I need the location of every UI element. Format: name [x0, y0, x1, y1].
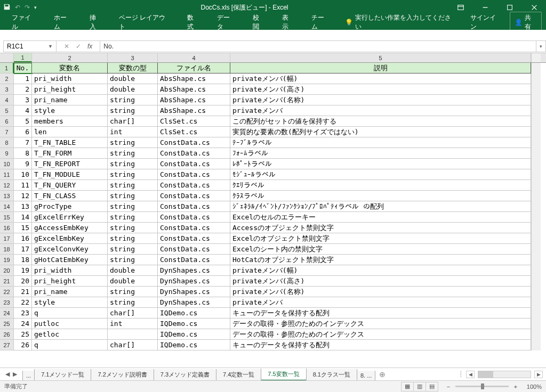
- cancel-icon[interactable]: ✕: [64, 43, 69, 50]
- cell[interactable]: T_FN_CLASS: [32, 191, 108, 201]
- row-header[interactable]: 22: [0, 287, 14, 297]
- cell[interactable]: 実質的な要素の数(配列サイズではない): [230, 127, 531, 137]
- cell[interactable]: T_FN_TABLE: [32, 137, 108, 148]
- tab-insert[interactable]: 挿入: [82, 15, 109, 30]
- cell[interactable]: ConstData.cs: [158, 244, 230, 255]
- formula-input[interactable]: No.: [100, 40, 536, 52]
- cell[interactable]: 13: [14, 201, 32, 212]
- cell[interactable]: DynShapes.cs: [158, 297, 230, 308]
- qat-dropdown-icon[interactable]: ▾: [34, 5, 37, 10]
- cell[interactable]: char[]: [108, 116, 158, 127]
- page-layout-view-icon[interactable]: ▥: [413, 382, 426, 391]
- cell[interactable]: ﾚﾎﾟｰﾄラベル: [230, 159, 531, 169]
- cell[interactable]: 9: [14, 159, 32, 169]
- cell[interactable]: pri_width: [32, 74, 108, 84]
- cell[interactable]: gExcelEmbKey: [32, 233, 108, 244]
- cell[interactable]: HotCatのオブジェクト禁則文字: [230, 255, 531, 265]
- col-header-5[interactable]: 5: [230, 53, 531, 62]
- cell[interactable]: privateメンバ: [230, 297, 531, 308]
- cell[interactable]: pri_name: [32, 287, 108, 297]
- cell[interactable]: ｼﾞｪﾈﾗﾙ/ｲﾍﾞﾝﾄ/ﾌｧﾝｸｼｮﾝ/ﾌﾟﾛﾊﾟﾃｨラベル の配列: [230, 201, 531, 212]
- cell[interactable]: 20: [14, 276, 32, 287]
- sheet-tab[interactable]: 7.1メソッド一覧: [34, 369, 91, 381]
- cell[interactable]: DynShapes.cs: [158, 287, 230, 297]
- select-all-corner[interactable]: [0, 53, 14, 62]
- tab-home[interactable]: ホーム: [46, 15, 80, 30]
- hscroll-left-icon[interactable]: ◀: [466, 371, 475, 378]
- cell[interactable]: privateメンバ(幅): [230, 74, 531, 84]
- row-header[interactable]: 23: [0, 297, 14, 308]
- cell[interactable]: 19: [14, 265, 32, 276]
- row-header[interactable]: 4: [0, 95, 14, 105]
- vertical-scrollbar[interactable]: [531, 53, 541, 62]
- cell[interactable]: DynShapes.cs: [158, 276, 230, 287]
- cell[interactable]: T_FN_REPORT: [32, 159, 108, 169]
- tab-review[interactable]: 校閲: [245, 15, 272, 30]
- cell[interactable]: 24: [14, 318, 32, 329]
- cell[interactable]: pri_width: [32, 265, 108, 276]
- enter-icon[interactable]: ✓: [76, 43, 81, 50]
- row-header[interactable]: 3: [0, 84, 14, 95]
- cell[interactable]: AbsShape.cs: [158, 105, 230, 116]
- cell[interactable]: gExcelConvKey: [32, 244, 108, 255]
- cell[interactable]: 8: [14, 148, 32, 159]
- cell[interactable]: ConstData.cs: [158, 137, 230, 148]
- cell[interactable]: IQDemo.cs: [158, 329, 230, 340]
- cell[interactable]: double: [108, 84, 158, 95]
- cell[interactable]: privateメンバ: [230, 105, 531, 116]
- row-header[interactable]: 12: [0, 180, 14, 191]
- cell[interactable]: len: [32, 127, 108, 137]
- cell[interactable]: string: [108, 244, 158, 255]
- tab-view[interactable]: 表示: [275, 15, 302, 30]
- cell[interactable]: char[]: [108, 308, 158, 318]
- cell[interactable]: privateメンバ(高さ): [230, 276, 531, 287]
- cell[interactable]: gProcType: [32, 201, 108, 212]
- cell[interactable]: ClsSet.cs: [158, 127, 230, 137]
- cell[interactable]: T_FN_QUERY: [32, 180, 108, 191]
- row-header[interactable]: 6: [0, 116, 14, 127]
- cell[interactable]: string: [108, 233, 158, 244]
- cell[interactable]: ﾌｫｰﾑラベル: [230, 148, 531, 159]
- cell[interactable]: string: [108, 159, 158, 169]
- cell[interactable]: style: [32, 105, 108, 116]
- row-header[interactable]: 27: [0, 340, 14, 350]
- col-header-2[interactable]: 2: [32, 53, 108, 62]
- name-box[interactable]: R1C1 ▼: [3, 40, 57, 52]
- cell[interactable]: string: [108, 148, 158, 159]
- cell[interactable]: 21: [14, 287, 32, 297]
- tab-pagelayout[interactable]: ページ レイアウト: [111, 15, 178, 30]
- tab-data[interactable]: データ: [210, 15, 243, 30]
- cell[interactable]: 6: [14, 127, 32, 137]
- cell[interactable]: 3: [14, 95, 32, 105]
- cell[interactable]: q: [32, 308, 108, 318]
- cell[interactable]: AbsShape.cs: [158, 95, 230, 105]
- cell[interactable]: pri_height: [32, 276, 108, 287]
- row-header[interactable]: 20: [0, 265, 14, 276]
- row-header[interactable]: 17: [0, 233, 14, 244]
- share-button[interactable]: 👤 共有: [510, 12, 542, 33]
- cell[interactable]: ｸﾗｽラベル: [230, 191, 531, 201]
- cell[interactable]: getloc: [32, 329, 108, 340]
- cell[interactable]: privateメンバ(名称): [230, 287, 531, 297]
- cell[interactable]: style: [32, 297, 108, 308]
- cell[interactable]: string: [108, 95, 158, 105]
- cell[interactable]: No.: [14, 63, 32, 74]
- cell[interactable]: Excelのセルのエラーキー: [230, 212, 531, 223]
- cell[interactable]: char[]: [108, 340, 158, 350]
- cell[interactable]: IQDemo.cs: [158, 308, 230, 318]
- cell[interactable]: ConstData.cs: [158, 201, 230, 212]
- cell[interactable]: string: [108, 201, 158, 212]
- row-header[interactable]: 1: [0, 63, 14, 74]
- col-header-4[interactable]: 4: [158, 53, 230, 62]
- cell[interactable]: ConstData.cs: [158, 169, 230, 180]
- cell[interactable]: double: [108, 74, 158, 84]
- row-header[interactable]: 10: [0, 159, 14, 169]
- cell[interactable]: ConstData.cs: [158, 255, 230, 265]
- zoom-in-icon[interactable]: +: [512, 383, 519, 390]
- row-header[interactable]: 21: [0, 276, 14, 287]
- row-header[interactable]: 15: [0, 212, 14, 223]
- cell[interactable]: 変数の型: [108, 63, 158, 74]
- cell[interactable]: ConstData.cs: [158, 180, 230, 191]
- cell[interactable]: 7: [14, 137, 32, 148]
- cell[interactable]: string: [108, 191, 158, 201]
